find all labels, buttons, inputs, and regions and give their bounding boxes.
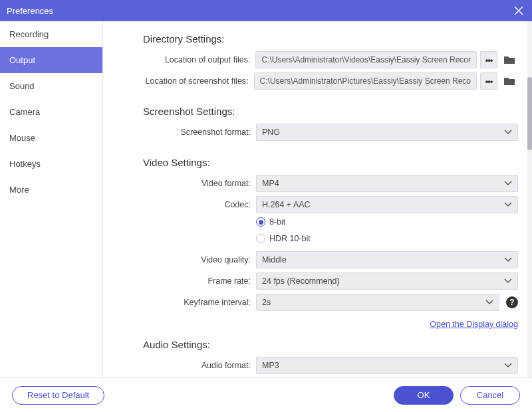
keyframe-help-button[interactable]: ? [506, 296, 518, 308]
video-quality-select[interactable]: Middle [256, 251, 518, 268]
section-title-video: Video Settings: [143, 157, 518, 168]
screenshot-format-select[interactable]: PNG [256, 124, 518, 141]
scrollbar[interactable] [527, 21, 532, 377]
sidebar-item-recording[interactable]: Recording [0, 21, 102, 47]
video-codec-value: H.264 + AAC [262, 200, 311, 209]
chevron-down-icon [504, 363, 512, 368]
open-display-dialog-link[interactable]: Open the Display dialog [430, 320, 518, 329]
ok-button[interactable]: OK [394, 386, 454, 405]
chevron-down-icon [504, 130, 512, 135]
reset-to-default-button[interactable]: Reset to Default [12, 386, 104, 405]
keyframe-interval-label: Keyframe interval: [143, 298, 256, 307]
scrollbar-thumb[interactable] [527, 77, 532, 150]
chevron-down-icon [504, 181, 512, 186]
video-quality-label: Video quality: [143, 255, 256, 264]
close-icon [514, 6, 523, 15]
content-panel: Directory Settings: Location of output f… [103, 21, 527, 377]
section-title-audio: Audio Settings: [143, 339, 518, 350]
radio-hdr10-label: HDR 10-bit [269, 234, 311, 243]
radio-8bit-label: 8-bit [269, 217, 285, 227]
screenshot-path-field[interactable]: C:\Users\Administrator\Pictures\Eassiy\E… [254, 72, 477, 90]
close-button[interactable] [512, 4, 525, 17]
screenshot-path-open-folder-button[interactable] [501, 72, 518, 90]
video-format-select[interactable]: MP4 [256, 175, 518, 192]
output-path-label: Location of output files: [143, 55, 255, 64]
cancel-button[interactable]: Cancel [460, 386, 520, 405]
video-codec-label: Codec: [143, 200, 256, 209]
folder-icon [503, 55, 515, 64]
radio-hdr10[interactable]: HDR 10-bit [256, 234, 311, 243]
chevron-down-icon [485, 300, 493, 305]
sidebar-item-mouse[interactable]: Mouse [0, 125, 102, 151]
footer: Reset to Default OK Cancel [0, 377, 532, 412]
video-quality-value: Middle [262, 255, 287, 264]
titlebar: Preferences [0, 0, 532, 21]
sidebar-item-hotkeys[interactable]: Hotkeys [0, 151, 102, 177]
output-path-browse-button[interactable]: ••• [480, 51, 497, 68]
audio-format-select[interactable]: MP3 [256, 357, 518, 374]
window-title: Preferences [7, 6, 53, 16]
sidebar-item-sound[interactable]: Sound [0, 73, 102, 99]
frame-rate-select[interactable]: 24 fps (Recommend) [256, 272, 518, 290]
audio-format-value: MP3 [262, 361, 279, 370]
frame-rate-value: 24 fps (Recommend) [262, 276, 340, 286]
keyframe-interval-value: 2s [262, 298, 271, 307]
sidebar: Recording Output Sound Camera Mouse Hotk… [0, 21, 103, 377]
output-path-field[interactable]: C:\Users\Administrator\Videos\Eassiy\Eas… [255, 51, 477, 68]
radio-icon [256, 217, 265, 227]
chevron-down-icon [504, 278, 512, 284]
radio-8bit[interactable]: 8-bit [256, 217, 285, 227]
video-codec-select[interactable]: H.264 + AAC [256, 196, 518, 213]
sidebar-item-more[interactable]: More [0, 177, 102, 203]
screenshot-format-label: Screenshot format: [143, 128, 256, 137]
radio-icon [256, 234, 265, 243]
frame-rate-label: Frame rate: [143, 276, 256, 286]
folder-icon [503, 76, 515, 86]
output-path-open-folder-button[interactable] [501, 51, 518, 68]
sidebar-item-camera[interactable]: Camera [0, 99, 102, 125]
section-title-directory: Directory Settings: [143, 33, 518, 45]
video-format-label: Video format: [143, 179, 256, 188]
audio-format-label: Audio format: [143, 361, 256, 370]
section-title-screenshot: Screenshot Settings: [143, 106, 518, 117]
sidebar-item-output[interactable]: Output [0, 47, 102, 73]
screenshot-path-browse-button[interactable]: ••• [480, 72, 497, 90]
screenshot-path-label: Location of screenshot files: [143, 76, 254, 86]
video-format-value: MP4 [262, 179, 279, 188]
keyframe-interval-select[interactable]: 2s [256, 294, 499, 311]
chevron-down-icon [504, 202, 512, 207]
chevron-down-icon [504, 257, 512, 262]
screenshot-format-value: PNG [262, 128, 280, 137]
